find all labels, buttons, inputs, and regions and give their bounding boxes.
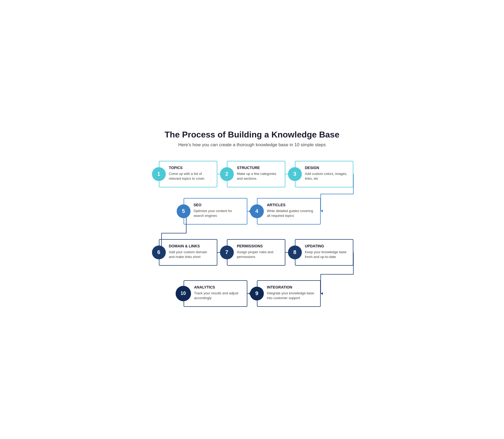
row-3: 6 DOMAIN & LINKS Add your custom domain … [143, 239, 361, 266]
step-8-label: UPDATING [305, 244, 349, 248]
step-7-desc: Assign proper roles and permissions [237, 250, 281, 259]
spacer-3-4 [143, 266, 361, 280]
step-8-box: UPDATING Keep your knowledge base fresh … [295, 239, 353, 266]
step-3-box: DESIGN Add custom colors, images, links,… [295, 161, 353, 187]
step-7-box: PERMISSIONS Assign proper roles and perm… [227, 239, 285, 266]
step-9-wrapper: 9 INTEGRATION Integrate your knowledge b… [257, 280, 321, 307]
step-4-box: ARTICLES Write detailed guides covering … [257, 198, 321, 225]
badge-2: 2 [220, 167, 234, 181]
row-2: 5 SEO Optimize your content for search e… [143, 198, 361, 225]
badge-3: 3 [288, 167, 302, 181]
spacer-2-3 [143, 225, 361, 239]
step-3-desc: Add custom colors, images, links, etc [305, 171, 349, 181]
step-1-label: TOPICS [169, 166, 213, 170]
row-4: 10 ANALYTICS Track your results and adju… [143, 280, 361, 307]
step-2-wrapper: 2 STRUCTURE Make up a few categories and… [227, 161, 285, 187]
page-title: The Process of Building a Knowledge Base [143, 130, 361, 140]
step-4-wrapper: 4 ARTICLES Write detailed guides coverin… [257, 198, 321, 225]
step-6-box: DOMAIN & LINKS Add your custom domain an… [159, 239, 217, 266]
step-10-desc: Track your results and adjust accordingl… [194, 291, 243, 300]
step-9-box: INTEGRATION Integrate your knowledge bas… [257, 280, 321, 307]
step-5-wrapper: 5 SEO Optimize your content for search e… [184, 198, 247, 225]
step-5-label: SEO [194, 203, 243, 207]
row-1: 1 TOPICS Come up with a list of relevant… [143, 161, 361, 187]
step-9-label: INTEGRATION [267, 285, 316, 289]
step-1-box: TOPICS Come up with a list of relevant t… [159, 161, 217, 187]
step-3-wrapper: 3 DESIGN Add custom colors, images, link… [295, 161, 353, 187]
step-6-wrapper: 6 DOMAIN & LINKS Add your custom domain … [159, 239, 217, 266]
badge-10: 10 [176, 286, 191, 301]
step-4-desc: Write detailed guides covering all requi… [267, 209, 316, 218]
diagram: 1 TOPICS Come up with a list of relevant… [143, 161, 361, 307]
step-8-desc: Keep your knowledge base fresh and up-to… [305, 250, 349, 259]
step-3-label: DESIGN [305, 166, 349, 170]
step-2-box: STRUCTURE Make up a few categories and s… [227, 161, 285, 187]
badge-8: 8 [288, 246, 302, 259]
badge-5: 5 [177, 204, 190, 218]
step-10-wrapper: 10 ANALYTICS Track your results and adju… [184, 280, 247, 307]
badge-9: 9 [250, 287, 264, 300]
step-5-desc: Optimize your content for search engines [194, 209, 243, 218]
step-5-box: SEO Optimize your content for search eng… [184, 198, 247, 225]
step-10-box: ANALYTICS Track your results and adjust … [184, 280, 247, 307]
page-subtitle: Here's how you can create a thorough kno… [143, 142, 361, 148]
step-10-label: ANALYTICS [194, 285, 243, 289]
step-2-label: STRUCTURE [237, 166, 281, 170]
badge-4: 4 [250, 204, 264, 218]
step-6-desc: Add your custom domain and make links sh… [169, 250, 213, 259]
step-2-desc: Make up a few categories and sections. [237, 171, 281, 181]
step-4-label: ARTICLES [267, 203, 316, 207]
badge-1: 1 [152, 167, 166, 181]
main-container: The Process of Building a Knowledge Base… [133, 119, 372, 320]
badge-6: 6 [152, 246, 166, 259]
step-1-desc: Come up with a list of relevant topics t… [169, 171, 213, 181]
step-7-wrapper: 7 PERMISSIONS Assign proper roles and pe… [227, 239, 285, 266]
step-7-label: PERMISSIONS [237, 244, 281, 248]
step-6-label: DOMAIN & LINKS [169, 244, 213, 248]
step-9-desc: Integrate your knowledge base into custo… [267, 291, 316, 300]
badge-7: 7 [220, 246, 234, 259]
step-1-wrapper: 1 TOPICS Come up with a list of relevant… [159, 161, 217, 187]
step-8-wrapper: 8 UPDATING Keep your knowledge base fres… [295, 239, 353, 266]
